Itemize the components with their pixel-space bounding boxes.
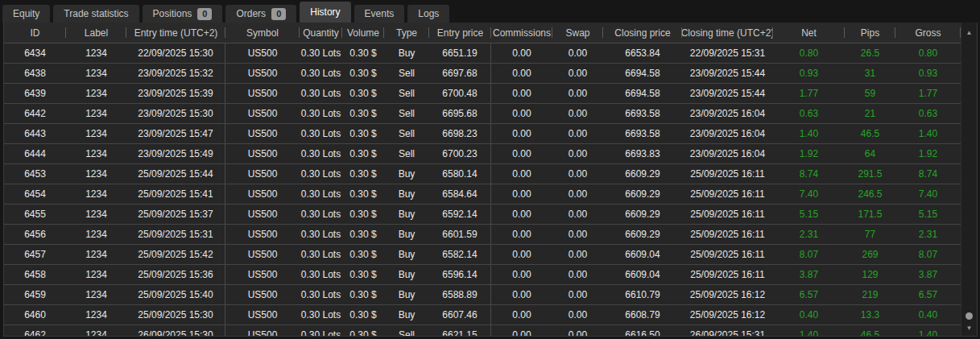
cell-id: 6455 xyxy=(4,205,66,224)
scroll-up-icon[interactable]: ▲ xyxy=(963,26,976,39)
cell-closing_price: 6653.84 xyxy=(603,43,682,63)
cell-commissions: 0.00 xyxy=(491,285,552,304)
cell-volume: 0.30 $ xyxy=(342,325,384,337)
cell-id: 6434 xyxy=(4,43,66,63)
table-row[interactable]: 6459123425/09/2025 15:40US5000.30 Lots0.… xyxy=(4,285,961,305)
cell-symbol: US500 xyxy=(225,184,300,204)
table-row[interactable]: 6456123425/09/2025 15:31US5000.30 Lots0.… xyxy=(4,225,961,245)
col-header-volume[interactable]: Volume xyxy=(342,23,384,43)
col-header-label[interactable]: Label xyxy=(66,23,126,43)
cell-volume: 0.30 $ xyxy=(342,64,384,83)
table-row[interactable]: 6434123422/09/2025 15:30US5000.30 Lots0.… xyxy=(4,43,961,64)
cell-id: 6444 xyxy=(4,144,66,163)
cell-net: 1.77 xyxy=(773,84,845,103)
cell-net: 6.57 xyxy=(773,285,845,304)
col-header-entry_time[interactable]: Entry time (UTC+2) xyxy=(126,23,225,43)
tab-label: Equity xyxy=(13,8,39,19)
table-row[interactable]: 6444123423/09/2025 15:49US5000.30 Lots0.… xyxy=(4,144,961,164)
orders-count-badge: 0 xyxy=(271,8,286,20)
cell-symbol: US500 xyxy=(225,265,300,284)
table-row[interactable]: 6457123425/09/2025 15:42US5000.30 Lots0.… xyxy=(4,245,961,265)
col-header-swap[interactable]: Swap xyxy=(552,23,603,43)
scroll-down-icon[interactable]: ▼ xyxy=(963,321,976,334)
cell-entry_time: 25/09/2025 15:31 xyxy=(126,225,225,244)
cell-gross: 1.92 xyxy=(895,144,961,163)
cell-commissions: 0.00 xyxy=(491,225,552,244)
table-row[interactable]: 6462123426/09/2025 15:30US5000.30 Lots0.… xyxy=(4,325,961,337)
tab-logs[interactable]: Logs xyxy=(407,5,449,23)
cell-pips: 21 xyxy=(845,104,895,123)
table-row[interactable]: 6453123425/09/2025 15:44US5000.30 Lots0.… xyxy=(4,164,961,184)
cell-gross: 2.31 xyxy=(895,225,961,244)
col-header-net[interactable]: Net xyxy=(773,23,845,43)
cell-gross: 8.74 xyxy=(895,164,961,184)
cell-commissions: 0.00 xyxy=(491,245,552,264)
table-row[interactable]: 6460123425/09/2025 15:30US5000.30 Lots0.… xyxy=(4,305,961,325)
cell-quantity: 0.30 Lots xyxy=(300,325,342,337)
table-row[interactable]: 6454123425/09/2025 15:41US5000.30 Lots0.… xyxy=(4,184,961,205)
cell-type: Buy xyxy=(384,205,429,224)
table-row[interactable]: 6455123425/09/2025 15:37US5000.30 Lots0.… xyxy=(4,205,961,225)
cell-id: 6453 xyxy=(4,164,66,184)
cell-entry_time: 23/09/2025 15:39 xyxy=(126,84,225,103)
col-header-closing_time[interactable]: Closing time (UTC+2) xyxy=(682,23,773,43)
col-header-closing_price[interactable]: Closing price xyxy=(603,23,682,43)
table-row[interactable]: 6443123423/09/2025 15:47US5000.30 Lots0.… xyxy=(4,124,961,144)
vertical-scrollbar[interactable]: ▲ ▼ xyxy=(961,23,977,336)
tab-equity[interactable]: Equity xyxy=(2,5,50,23)
col-header-id[interactable]: ID xyxy=(4,23,66,43)
cell-closing_time: 23/09/2025 15:44 xyxy=(682,64,773,83)
cell-volume: 0.30 $ xyxy=(342,144,384,163)
tab-orders[interactable]: Orders 0 xyxy=(225,5,296,23)
cell-closing_time: 25/09/2025 16:11 xyxy=(682,205,773,224)
tab-label: Orders xyxy=(236,8,266,19)
col-header-entry_price[interactable]: Entry price xyxy=(429,23,491,43)
col-header-gross[interactable]: Gross xyxy=(895,23,961,43)
cell-swap: 0.00 xyxy=(552,43,603,63)
cell-closing_price: 6694.58 xyxy=(603,84,682,103)
cell-type: Buy xyxy=(384,285,429,304)
table-row[interactable]: 6442123423/09/2025 15:30US5000.30 Lots0.… xyxy=(4,104,961,124)
cell-label: 1234 xyxy=(66,104,126,123)
cell-volume: 0.30 $ xyxy=(342,184,384,204)
table-row[interactable]: 6439123423/09/2025 15:39US5000.30 Lots0.… xyxy=(4,84,961,104)
cell-net: 2.31 xyxy=(773,225,845,244)
cell-closing_time: 25/09/2025 16:11 xyxy=(682,245,773,264)
cell-id: 6439 xyxy=(4,84,66,103)
cell-entry_price: 6651.19 xyxy=(429,43,491,63)
table-row[interactable]: 6438123423/09/2025 15:32US5000.30 Lots0.… xyxy=(4,64,961,84)
cell-pips: 129 xyxy=(845,265,895,284)
cell-pips: 26.5 xyxy=(845,43,895,63)
cell-swap: 0.00 xyxy=(552,305,603,325)
cell-gross: 8.07 xyxy=(895,245,961,264)
col-header-commissions[interactable]: Commissions xyxy=(491,23,552,43)
tab-positions[interactable]: Positions 0 xyxy=(143,5,223,23)
cell-quantity: 0.30 Lots xyxy=(300,104,342,123)
cell-volume: 0.30 $ xyxy=(342,84,384,103)
cell-quantity: 0.30 Lots xyxy=(300,285,342,304)
cell-entry_price: 6698.23 xyxy=(429,124,491,143)
cell-swap: 0.00 xyxy=(552,285,603,304)
cell-entry_price: 6695.68 xyxy=(429,104,491,123)
cell-closing_time: 22/09/2025 15:31 xyxy=(682,43,773,63)
table-row[interactable]: 6458123425/09/2025 15:36US5000.30 Lots0.… xyxy=(4,265,961,285)
cell-net: 8.07 xyxy=(773,245,845,264)
col-header-symbol[interactable]: Symbol xyxy=(225,23,300,43)
col-header-pips[interactable]: Pips xyxy=(845,23,895,43)
tab-label: Logs xyxy=(418,8,439,19)
cell-gross: 3.87 xyxy=(895,265,961,284)
cell-quantity: 0.30 Lots xyxy=(300,164,342,184)
cell-commissions: 0.00 xyxy=(491,325,552,337)
cell-closing_price: 6693.58 xyxy=(603,104,682,123)
tab-trade-statistics[interactable]: Trade statistics xyxy=(53,5,139,23)
tab-history[interactable]: History xyxy=(300,2,350,23)
cell-volume: 0.30 $ xyxy=(342,104,384,123)
cell-label: 1234 xyxy=(66,144,126,163)
cell-label: 1234 xyxy=(66,84,126,103)
tab-events[interactable]: Events xyxy=(354,5,405,23)
cell-quantity: 0.30 Lots xyxy=(300,84,342,103)
col-header-quantity[interactable]: Quantity xyxy=(300,23,342,43)
scroll-thumb[interactable] xyxy=(966,312,973,320)
col-header-type[interactable]: Type xyxy=(384,23,429,43)
cell-commissions: 0.00 xyxy=(491,144,552,163)
